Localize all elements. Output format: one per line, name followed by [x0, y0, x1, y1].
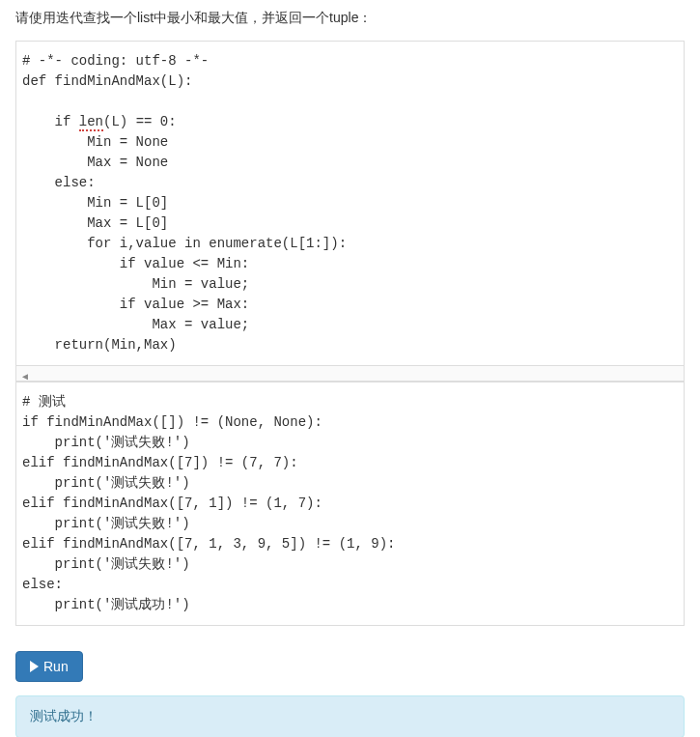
run-button[interactable]: Run: [15, 651, 83, 682]
scroll-left-icon: ◄: [16, 371, 34, 382]
run-button-label: Run: [43, 659, 69, 674]
output-text: 测试成功！: [30, 708, 98, 723]
code-content-2: # 测试 if findMinAndMax([]) != (None, None…: [22, 392, 674, 615]
code-content-1: # -*- coding: utf-8 -*- def findMinAndMa…: [22, 51, 674, 355]
len-underline: len: [79, 114, 103, 131]
code-block-1: # -*- coding: utf-8 -*- def findMinAndMa…: [15, 41, 685, 366]
output-box: 测试成功！: [15, 695, 685, 737]
play-icon: [30, 661, 39, 672]
code-block-2: # 测试 if findMinAndMax([]) != (None, None…: [15, 382, 685, 626]
intro-text: 请使用迭代查找一个list中最小和最大值，并返回一个tuple：: [15, 10, 685, 27]
code-scrollbar[interactable]: ◄: [15, 366, 685, 382]
